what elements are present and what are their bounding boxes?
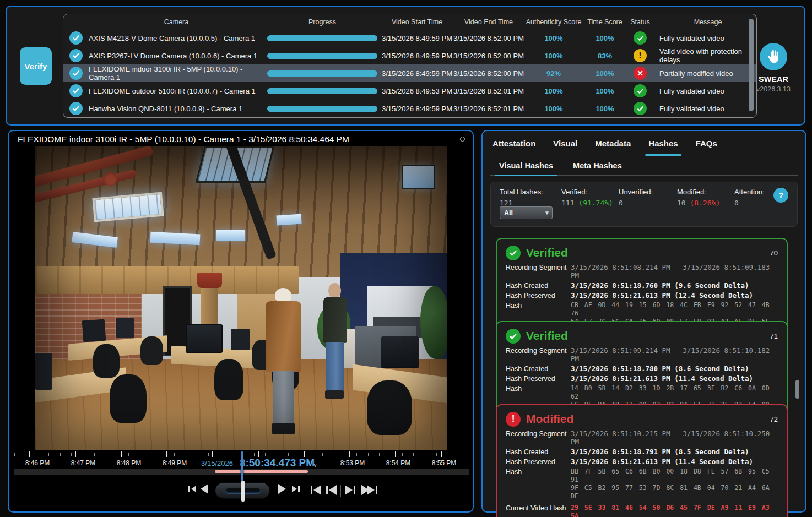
modified-alert-icon: ! [506,412,521,427]
tab-visual[interactable]: Visual [552,137,578,155]
camera-check-icon [69,84,83,97]
timeline-label: 8:48 PM [117,459,142,467]
stat-attention: Attention: 0 [734,188,765,207]
status-success-icon [634,102,647,115]
value-hash-preserved: 3/15/2026 8:51:21.613 PM (11.4 Second De… [571,374,753,383]
subtab-meta-hashes[interactable]: Meta Hashes [572,160,623,175]
video-end-time: 3/15/2026 8:52:01 PM [453,105,524,113]
inspector-scrollbar[interactable] [795,380,799,399]
controls-divider [340,485,341,497]
timeline-label: 8:53 PM [340,459,365,467]
table-row[interactable]: Hanwha Vision QND-8011 (10.0.0.9) - Came… [63,100,756,117]
hash-card-modified[interactable]: ! Modified 72 Recording Segment3/15/2026… [496,404,788,517]
verify-button[interactable]: Verify [20,47,52,85]
col-progress: Progress [264,18,381,26]
play-forward-button[interactable] [278,484,286,494]
app-name: SWEAR [748,75,799,84]
label-hash-preserved: Hash Preserved [506,374,571,383]
video-end-time: 3/15/2026 8:52:00 PM [453,34,524,42]
card-status: Modified [526,412,573,426]
step-back-button[interactable] [188,486,196,492]
progress-bar [267,70,377,77]
label-hash: Hash [506,467,571,500]
label-hash-preserved: Hash Preserved [506,458,571,466]
timeline-tick [29,451,30,457]
prev-frame-button[interactable] [326,485,337,495]
progress-bar [267,88,377,94]
card-number: 72 [770,415,778,423]
video-end-time: 3/15/2026 8:52:00 PM [453,52,524,60]
card-status: Verified [526,246,568,259]
label-hash-created: Hash Created [506,448,571,456]
timeline-tick [166,451,167,457]
video-end-time: 3/15/2026 8:52:00 PM [453,69,524,78]
video-start-time: 3/15/2026 8:49:59 PM [381,69,453,78]
progress-bar [267,35,377,41]
jog-handle[interactable] [241,481,245,502]
timeline-tick [304,451,305,457]
tab-faqs[interactable]: FAQs [695,137,718,155]
label-recording-segment: Recording Segment [506,263,571,280]
step-forward-button[interactable] [292,486,300,492]
status-success-icon [634,31,647,45]
timeline-marker: v [314,462,317,468]
stat-modified: Modified: 10 (8.26%) [677,188,720,207]
camera-name: AXIS M4218-V Dome Camera (10.0.0.5) - Ca… [89,34,264,42]
card-number: 71 [770,332,778,340]
value-hash-preserved: 3/15/2026 8:51:21.613 PM (11.4 Second De… [571,458,753,466]
time-score: 83% [583,52,626,60]
video-start-time: 3/15/2026 8:49:59 PM [381,52,453,60]
video-end-time: 3/15/2026 8:52:01 PM [453,87,524,95]
value-hash-preserved: 3/15/2026 8:51:21.613 PM (12.4 Second De… [571,291,753,300]
col-camera: Camera [89,18,264,26]
camera-check-icon [69,31,83,45]
verified-check-icon [506,329,521,344]
authenticity-score: 100% [524,52,583,60]
table-row-selected[interactable]: FLEXIDOME indoor 3100i IR - 5MP (10.0.0.… [63,64,756,82]
tab-attestation[interactable]: Attestation [491,137,537,155]
camera-table-header: Camera Progress Video Start Time Video E… [63,14,756,29]
tab-hashes[interactable]: Hashes [647,137,679,155]
timeline-label: 8:47 PM [71,459,96,467]
subtab-visual-hashes[interactable]: Visual Hashes [498,160,554,175]
app-logo: SWEAR v2026.3.13 [748,43,799,93]
value-current-video-hash: 29 5E 33 81 46 54 50 D6 45 7F DE A9 11 E… [571,504,778,517]
authenticity-score: 100% [524,34,583,42]
status-message: Fully validated video [654,34,756,42]
table-row[interactable]: AXIS M4218-V Dome Camera (10.0.0.5) - Ca… [63,29,756,47]
video-frame[interactable] [35,146,447,450]
timeline-tick [121,451,122,457]
col-status: Status [626,18,654,26]
table-row[interactable]: FLEXIDOME outdoor 5100i IR (10.0.0.7) - … [63,82,756,100]
label-current-video-hash: Current Video Hash [506,504,571,517]
value-hash-created: 3/15/2026 8:51:18.791 PM (8.5 Second Del… [571,448,749,456]
camera-check-icon [69,49,83,62]
hash-filter-value: All [500,209,542,217]
video-start-time: 3/15/2026 8:49:59 PM [381,105,453,113]
timeline-playhead[interactable] [241,451,243,481]
timeline-tick [349,451,350,457]
skip-to-start-button[interactable] [311,485,321,495]
stat-verified: Verified: 111 (91.74%) [561,188,613,207]
value-recording-segment: 3/15/2026 8:51:10.215 PM - 3/15/2026 8:5… [571,429,778,446]
col-message: Message [654,18,756,26]
status-message: Fully validated video [654,105,756,113]
jog-shuttle[interactable] [215,482,270,499]
tab-bar: Attestation Visual Metadata Hashes FAQs [483,137,805,155]
card-number: 70 [770,249,778,257]
help-button[interactable]: ? [773,188,788,203]
status-message: Fully validated video [654,87,756,95]
label-recording-segment: Recording Segment [506,429,571,446]
tab-metadata[interactable]: Metadata [594,137,632,155]
label-hash-created: Hash Created [506,281,571,290]
table-row[interactable]: AXIS P3267-LV Dome Camera (10.0.0.6) - C… [63,47,756,64]
chevron-down-icon: ▼ [542,210,552,216]
next-frame-button[interactable] [345,485,355,495]
stream-indicator-icon [460,137,465,142]
hash-filter-dropdown[interactable]: All ▼ [500,206,553,219]
inspector-panel: Attestation Visual Metadata Hashes FAQs … [481,130,806,513]
skip-to-end-button[interactable] [361,485,377,495]
status-error-icon: ✕ [634,67,647,80]
camera-name: Hanwha Vision QND-8011 (10.0.0.9) - Came… [89,105,264,113]
play-reverse-button[interactable] [201,484,208,494]
